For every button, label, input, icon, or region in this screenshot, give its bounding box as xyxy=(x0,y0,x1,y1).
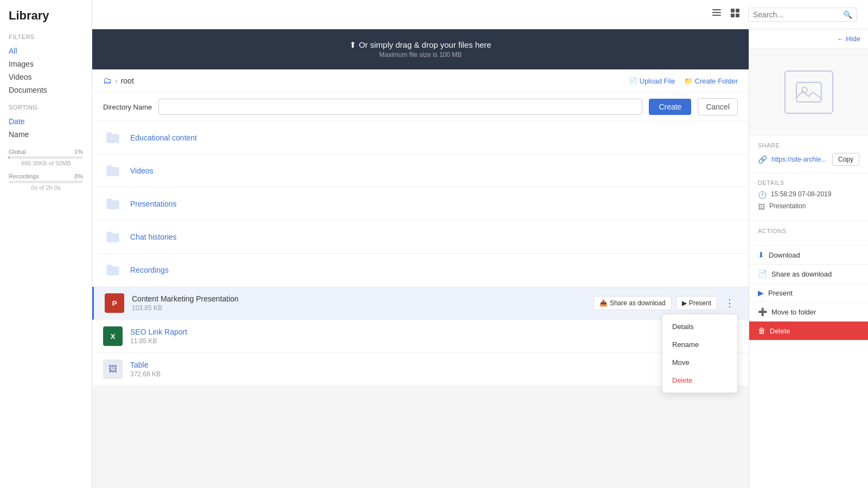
folder-icon-educational xyxy=(103,128,123,147)
folder-icon-chat xyxy=(103,227,123,247)
right-panel: ← Hide SHARE 🔗 https://sit xyxy=(749,29,868,488)
more-actions-button[interactable]: ⋮ xyxy=(722,296,738,310)
file-size-table: 372.68 KB xyxy=(130,370,738,378)
folder-name-videos[interactable]: Videos xyxy=(130,166,154,175)
share-label: SHARE xyxy=(758,142,859,149)
actions-label-section: ACTIONS xyxy=(749,221,868,246)
panel-action-move-folder[interactable]: ➕Move to folder xyxy=(749,303,868,322)
share-icon: 📤 xyxy=(599,299,608,307)
file-type-icon: 🖼 xyxy=(758,203,765,211)
panel-action-label-share-download: Share as download xyxy=(771,270,832,278)
svg-rect-3 xyxy=(731,9,735,12)
panel-action-label-download: Download xyxy=(769,251,800,259)
file-icon-table: 🖼 xyxy=(103,359,123,379)
drop-zone-subtitle: Maximum file size is 100 MB xyxy=(103,51,738,59)
folder-name-educational[interactable]: Educational content xyxy=(130,133,197,142)
content-area: ⬆ Or simply drag & drop your files here … xyxy=(92,29,868,488)
file-row-seo-link[interactable]: XSEO Link Raport11.85 KB xyxy=(92,320,749,353)
detail-timestamp-row: 🕐 15:58:29 07-08-2019 xyxy=(758,190,859,199)
create-folder-button[interactable]: 📁 Create Folder xyxy=(684,77,738,85)
svg-rect-1 xyxy=(712,12,721,13)
panel-action-label-move-folder: Move to folder xyxy=(771,308,816,316)
breadcrumb-actions: 📄 Upload File 📁 Create Folder xyxy=(629,77,738,85)
search-icon: 🔍 xyxy=(843,10,852,19)
panel-action-label-delete: Delete xyxy=(770,327,790,335)
list-view-button[interactable] xyxy=(709,5,724,23)
sidebar-sort-name[interactable]: Name xyxy=(9,128,83,141)
breadcrumb-bar: 🗂 › root 📄 Upload File 📁 Create Folder xyxy=(92,69,749,93)
storage-global: Global1%488.38KB of 50MB xyxy=(9,149,83,166)
directory-name-label: Directory Name xyxy=(103,103,152,111)
folder-name-presentations[interactable]: Presentations xyxy=(130,200,177,208)
dropdown-item-details[interactable]: Details xyxy=(662,318,737,336)
file-row-content-marketing[interactable]: PContent Marketing Presentation103.85 KB… xyxy=(92,287,749,320)
folder-name-recordings[interactable]: Recordings xyxy=(130,266,169,274)
svg-rect-7 xyxy=(796,82,821,102)
dropdown-item-rename[interactable]: Rename xyxy=(662,336,737,354)
file-row-table[interactable]: 🖼Table372.68 KB xyxy=(92,353,749,386)
file-name-link-seo-link[interactable]: SEO Link Raport xyxy=(130,328,187,336)
panel-action-icon-delete: 🗑 xyxy=(758,326,765,335)
file-icon-content-marketing: P xyxy=(105,293,124,313)
arrow-left-icon: ← xyxy=(837,35,844,43)
copy-link-button[interactable]: Copy xyxy=(832,153,859,166)
panel-action-download[interactable]: ⬇Download xyxy=(749,246,868,265)
directory-name-input[interactable] xyxy=(158,99,642,115)
storage-percent: 0% xyxy=(74,173,83,179)
home-icon: 🗂 xyxy=(103,76,112,86)
drop-zone[interactable]: ⬆ Or simply drag & drop your files here … xyxy=(92,29,749,69)
file-name-text-content-marketing: Content Marketing Presentation xyxy=(132,294,593,303)
panel-action-icon-share-download: 📄 xyxy=(758,269,767,278)
folder-row-presentations[interactable]: Presentations xyxy=(92,188,749,221)
folder-name-chat[interactable]: Chat histories xyxy=(130,233,177,241)
folder-icon-presentations xyxy=(103,194,123,214)
upload-file-button[interactable]: 📄 Upload File xyxy=(629,77,675,85)
hide-panel-button[interactable]: ← Hide xyxy=(837,35,860,43)
cancel-directory-button[interactable]: Cancel xyxy=(698,98,738,115)
top-toolbar: 🔍 xyxy=(92,0,868,29)
storage-detail: 0s of 2h 0s xyxy=(9,184,83,191)
svg-rect-5 xyxy=(731,14,735,17)
grid-view-button[interactable] xyxy=(727,5,743,23)
file-name-link-table[interactable]: Table xyxy=(130,361,148,369)
present-icon: ▶ xyxy=(682,299,687,307)
sidebar-filter-videos[interactable]: Videos xyxy=(9,70,83,84)
file-icon-seo-link: X xyxy=(103,326,123,346)
search-input[interactable] xyxy=(753,10,840,19)
present-button[interactable]: ▶ Present xyxy=(676,296,717,310)
dropdown-item-delete[interactable]: Delete xyxy=(662,371,737,389)
detail-timestamp: 15:58:29 07-08-2019 xyxy=(771,190,831,198)
panel-action-share-download[interactable]: 📄Share as download xyxy=(749,265,868,284)
panel-action-icon-present: ▶ xyxy=(758,288,764,297)
file-panel: ⬆ Or simply drag & drop your files here … xyxy=(92,29,749,488)
folder-row-educational[interactable]: Educational content xyxy=(92,121,749,155)
file-preview-area xyxy=(749,49,868,136)
sidebar-sort-date[interactable]: Date xyxy=(9,115,83,128)
folder-row-recordings[interactable]: Recordings xyxy=(92,254,749,287)
storage-bar-fill xyxy=(9,156,9,159)
file-list: Educational contentVideosPresentationsCh… xyxy=(92,121,749,386)
search-wrapper: 🔍 xyxy=(748,8,857,22)
storage-recordings: Recordings0%0s of 2h 0s xyxy=(9,173,83,191)
storage-percent: 1% xyxy=(74,149,83,155)
create-directory-button[interactable]: Create xyxy=(649,99,691,115)
breadcrumb-sep: › xyxy=(115,76,118,85)
dropdown-menu: DetailsRenameMoveDelete xyxy=(662,314,738,393)
svg-rect-2 xyxy=(712,15,721,16)
breadcrumb: 🗂 › root xyxy=(103,76,134,86)
sidebar-filter-documents[interactable]: Documents xyxy=(9,84,83,97)
dropdown-item-move[interactable]: Move xyxy=(662,354,737,371)
share-as-download-button[interactable]: 📤 Share as download xyxy=(593,296,672,310)
folder-row-chat[interactable]: Chat histories xyxy=(92,221,749,254)
panel-action-present[interactable]: ▶Present xyxy=(749,284,868,303)
link-icon: 🔗 xyxy=(758,155,767,164)
actions-section: ACTIONS ⬇Download📄Share as download▶Pres… xyxy=(749,221,868,341)
panel-action-delete[interactable]: 🗑Delete xyxy=(749,322,868,341)
details-label: DETAILS xyxy=(758,179,859,186)
sidebar-filter-images[interactable]: Images xyxy=(9,57,83,70)
sidebar-filter-all[interactable]: All xyxy=(9,44,83,57)
breadcrumb-root: root xyxy=(121,76,134,85)
folder-row-videos[interactable]: Videos xyxy=(92,155,749,188)
sorting-label: SORTING xyxy=(9,104,83,111)
directory-name-form: Directory Name Create Cancel xyxy=(92,93,749,121)
